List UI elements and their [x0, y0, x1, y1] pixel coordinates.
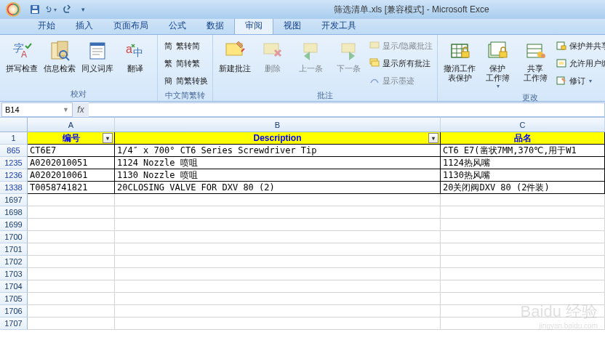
cell[interactable] [441, 231, 605, 243]
cell[interactable] [441, 243, 605, 256]
prev-comment-button[interactable]: 上一条 [293, 38, 328, 89]
thesaurus-button[interactable]: 同义词库 [80, 38, 115, 87]
trad-to-simp-button[interactable]: 简繁转简 [162, 38, 208, 54]
show-all-comments-button[interactable]: 显示所有批注 [369, 55, 433, 71]
cell[interactable] [115, 194, 441, 206]
new-comment-button[interactable]: 新建批注 [217, 38, 252, 89]
cell[interactable]: 1124 Nozzle 喷咀 [115, 157, 441, 169]
cell[interactable]: CT6 E7(凿状7MM,370℃,用于W1 [441, 145, 605, 157]
row-header[interactable]: 865 [0, 145, 28, 157]
row-header[interactable]: 1703 [0, 268, 28, 280]
row-header[interactable]: 1704 [0, 280, 28, 293]
research-button[interactable]: 信息检索 [42, 38, 77, 87]
protect-workbook-button[interactable]: 保护 工作簿▾ [480, 38, 515, 91]
cell[interactable] [115, 243, 441, 256]
table-header-desc[interactable]: Description▾ [115, 132, 441, 145]
cell[interactable]: 20关闭阀DXV 80 (2件装) [441, 182, 605, 194]
share-workbook-button[interactable]: 共享 工作簿 [518, 38, 553, 91]
cell[interactable] [115, 305, 441, 318]
tab-review[interactable]: 审阅 [234, 17, 273, 34]
column-header-c[interactable]: C [441, 118, 605, 132]
cell[interactable] [441, 293, 605, 305]
table-header-id[interactable]: 编号▾ [28, 132, 115, 145]
cell[interactable] [441, 318, 605, 330]
cell[interactable] [28, 194, 115, 206]
cell[interactable] [28, 305, 115, 318]
cell[interactable]: A0202010061 [28, 169, 115, 182]
cell[interactable]: 1124热风嘴 [441, 157, 605, 169]
fx-icon[interactable]: fx [73, 105, 89, 115]
row-header[interactable]: 1698 [0, 206, 28, 219]
select-all-corner[interactable] [0, 118, 28, 132]
next-comment-button[interactable]: 下一条 [331, 38, 366, 89]
cell[interactable] [115, 231, 441, 243]
cell[interactable]: 1130 Nozzle 喷咀 [115, 169, 441, 182]
row-header[interactable]: 1236 [0, 169, 28, 182]
cell[interactable] [115, 256, 441, 268]
cell[interactable] [441, 206, 605, 219]
cell[interactable]: 1/4″ x 700° CT6 Series Screwdriver Tip [115, 145, 441, 157]
cell[interactable] [115, 219, 441, 231]
cell[interactable] [28, 231, 115, 243]
namebox-dropdown-icon[interactable]: ▼ [63, 106, 69, 113]
row-header[interactable]: 1705 [0, 293, 28, 305]
tab-formulas[interactable]: 公式 [159, 17, 196, 34]
column-header-a[interactable]: A [28, 118, 115, 132]
cell[interactable] [441, 256, 605, 268]
cell[interactable] [28, 219, 115, 231]
tab-view[interactable]: 视图 [273, 17, 311, 34]
translate-button[interactable]: a中 翻译 [118, 38, 153, 87]
row-header[interactable]: 1 [0, 132, 28, 145]
show-hide-comment-button[interactable]: 显示/隐藏批注 [369, 38, 433, 54]
cell[interactable]: 1130热风嘴 [441, 169, 605, 182]
tab-pagelayout[interactable]: 页面布局 [103, 17, 159, 34]
cell[interactable] [28, 243, 115, 256]
cell[interactable] [441, 305, 605, 318]
row-header[interactable]: 1235 [0, 157, 28, 169]
show-ink-button[interactable]: 显示墨迹 [369, 73, 433, 89]
tab-data[interactable]: 数据 [196, 17, 234, 34]
allow-edit-button[interactable]: 允许用户编辑 [556, 55, 605, 71]
row-header[interactable]: 1699 [0, 219, 28, 231]
tab-home[interactable]: 开始 [28, 17, 65, 34]
delete-comment-button[interactable]: 删除 [255, 38, 290, 89]
cell[interactable] [115, 318, 441, 330]
cell[interactable] [441, 219, 605, 231]
tab-insert[interactable]: 插入 [65, 17, 103, 34]
formula-input[interactable] [89, 102, 605, 117]
cell[interactable] [28, 293, 115, 305]
row-header[interactable]: 1701 [0, 243, 28, 256]
cell[interactable] [115, 280, 441, 293]
row-header[interactable]: 1707 [0, 318, 28, 330]
cell[interactable] [28, 280, 115, 293]
cell[interactable]: T0058741821 [28, 182, 115, 194]
track-changes-button[interactable]: 修订▾ [556, 73, 605, 89]
cell[interactable] [28, 318, 115, 330]
unprotect-sheet-button[interactable]: 撤消工作 表保护 [442, 38, 477, 91]
cell[interactable]: CT6E7 [28, 145, 115, 157]
cell[interactable] [115, 206, 441, 219]
row-header[interactable]: 1706 [0, 305, 28, 318]
table-header-name[interactable]: 品名 [441, 132, 605, 145]
cell[interactable] [28, 256, 115, 268]
cell[interactable] [28, 268, 115, 280]
filter-icon[interactable]: ▾ [428, 133, 438, 143]
name-box[interactable]: B14▼ [1, 102, 73, 117]
protect-share-button[interactable]: 保护并共享工 [556, 38, 605, 54]
row-header[interactable]: 1700 [0, 231, 28, 243]
cell[interactable] [441, 194, 605, 206]
cell[interactable] [441, 280, 605, 293]
cell[interactable] [28, 206, 115, 219]
simp-to-trad-button[interactable]: 繁简转繁 [162, 55, 208, 71]
chinese-convert-button[interactable]: 簡简繁转换 [162, 73, 208, 89]
row-header[interactable]: 1338 [0, 182, 28, 194]
row-header[interactable]: 1702 [0, 256, 28, 268]
spelling-button[interactable]: 字A 拼写检查 [4, 38, 39, 87]
row-header[interactable]: 1697 [0, 194, 28, 206]
filter-icon[interactable]: ▾ [103, 133, 113, 143]
tab-developer[interactable]: 开发工具 [311, 17, 366, 34]
cell[interactable]: 20CLOSING VALVE FOR DXV 80 (2) [115, 182, 441, 194]
cell[interactable] [441, 268, 605, 280]
cell[interactable] [115, 293, 441, 305]
cell[interactable] [115, 268, 441, 280]
